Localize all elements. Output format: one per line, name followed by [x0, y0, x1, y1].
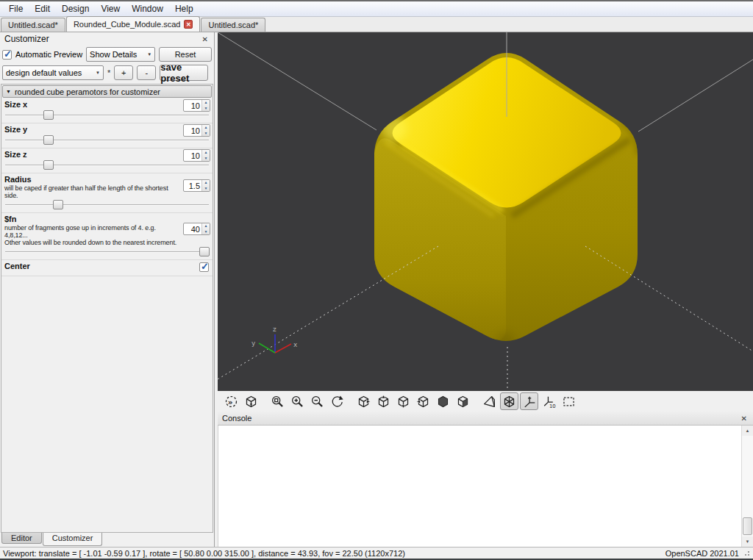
view-top-icon [376, 395, 390, 409]
axis-y-label: y [251, 340, 256, 347]
resize-grip[interactable] [743, 550, 750, 556]
3d-viewport[interactable]: z x y [218, 32, 753, 391]
add-preset-button[interactable]: + [114, 65, 133, 80]
slider-handle[interactable] [199, 247, 210, 256]
parameter-group-header[interactable]: ▼ rounded cube peramotors for customizer [2, 85, 212, 98]
size-y-slider[interactable] [4, 135, 210, 146]
param-fn: $fn number of fragments gose up in incre… [1, 213, 213, 260]
param-size-x: Size x 10 ▲ ▼ [1, 98, 213, 123]
customizer-titlebar: Customizer ✕ [0, 32, 214, 46]
view-bottom-button[interactable] [394, 392, 413, 410]
view-top-button[interactable] [374, 392, 393, 410]
tab-label: Untitled.scad* [8, 21, 58, 29]
chevron-down-icon: ▼ [144, 52, 151, 57]
fn-spinbox[interactable]: 40 ▲ ▼ [183, 223, 210, 235]
customizer-title: Customizer [4, 34, 201, 44]
collapse-triangle-icon: ▼ [6, 89, 11, 94]
param-label: Size y [4, 125, 210, 134]
details-dropdown[interactable]: Show Details ▼ [86, 47, 155, 62]
menu-help[interactable]: Help [169, 2, 199, 15]
slider-handle[interactable] [43, 160, 54, 170]
tab-untitled-2[interactable]: Untitled.scad* [201, 18, 265, 32]
menu-file[interactable]: File [3, 2, 29, 15]
preview-button[interactable]: » [222, 392, 240, 410]
console-scrollbar[interactable]: ▲ ▼ [741, 426, 753, 547]
radius-spinbox[interactable]: 1.5 ▲ ▼ [183, 179, 210, 192]
chevron-down-icon: ▼ [93, 71, 100, 75]
spin-up-icon[interactable]: ▲ [202, 125, 210, 131]
orthogonal-view-icon [562, 395, 576, 409]
view-back-button[interactable] [454, 392, 472, 410]
show-wireframe-button[interactable] [480, 392, 499, 410]
scroll-down-icon[interactable]: ▼ [742, 536, 753, 547]
spin-up-icon[interactable]: ▲ [202, 180, 210, 186]
editor-tabbar: Untitled.scad* Rounded_Cube_Module.scad … [0, 17, 753, 32]
size-x-slider[interactable] [4, 110, 210, 121]
param-label: Center [4, 262, 210, 271]
automatic-preview-checkbox[interactable] [2, 50, 12, 60]
fn-slider[interactable] [4, 247, 210, 257]
spin-up-icon[interactable]: ▲ [202, 100, 210, 106]
console-output[interactable]: ▲ ▼ [218, 426, 753, 547]
preset-modified-indicator: * [107, 68, 110, 77]
close-panel-icon[interactable]: ✕ [201, 35, 210, 43]
show-scale-markers-icon: 10 [542, 395, 556, 409]
param-size-y: Size y 10 ▲ ▼ [1, 123, 213, 148]
param-label: Size x [4, 100, 210, 110]
svg-text:10: 10 [549, 403, 556, 408]
close-console-icon[interactable]: ✕ [740, 414, 749, 423]
spin-up-icon[interactable]: ▲ [202, 150, 210, 156]
save-preset-button[interactable]: save preset [160, 65, 208, 81]
reset-button[interactable]: Reset [159, 47, 212, 62]
tab-untitled-1[interactable]: Untitled.scad* [1, 18, 65, 32]
scrollbar-thumb[interactable] [743, 517, 752, 535]
zoom-in-button[interactable] [288, 392, 307, 410]
param-label: Radius [4, 175, 210, 184]
tab-label: Rounded_Cube_Module.scad [74, 20, 181, 29]
spin-up-icon[interactable]: ▲ [202, 223, 210, 229]
show-crosshairs-button[interactable] [500, 392, 518, 410]
menu-design[interactable]: Design [56, 2, 95, 15]
tab-rounded-cube-module[interactable]: Rounded_Cube_Module.scad ✕ [66, 16, 201, 32]
view-front-button[interactable] [434, 392, 452, 410]
spin-down-icon[interactable]: ▼ [202, 229, 210, 235]
tab-editor[interactable]: Editor [1, 533, 42, 544]
preview-icon: » [224, 395, 238, 409]
menu-edit[interactable]: Edit [29, 2, 56, 15]
zoom-all-button[interactable] [268, 392, 287, 410]
menu-window[interactable]: Window [126, 2, 169, 15]
axis-indicator: z x y [251, 326, 298, 353]
show-scale-markers-button[interactable]: 10 [540, 392, 558, 410]
show-axes-button[interactable] [520, 392, 538, 410]
slider-handle[interactable] [53, 200, 63, 209]
view-front-icon [436, 395, 450, 409]
render-button[interactable] [242, 392, 260, 410]
show-crosshairs-icon [502, 395, 516, 409]
zoom-all-icon [271, 395, 285, 409]
center-checkbox[interactable] [199, 262, 209, 272]
slider-handle[interactable] [43, 110, 54, 120]
radius-slider[interactable] [4, 200, 210, 210]
size-z-slider[interactable] [4, 160, 210, 170]
reset-view-button[interactable] [328, 392, 346, 410]
remove-preset-button[interactable]: - [137, 65, 156, 80]
right-column: z x y »10 Console ✕ ▲ ▼ [218, 32, 753, 547]
view-right-button[interactable] [354, 392, 373, 410]
slider-handle[interactable] [43, 135, 54, 145]
view-right-icon [357, 395, 371, 409]
preset-dropdown[interactable]: design default values ▼ [2, 65, 104, 80]
viewport-canvas: z x y [218, 32, 753, 391]
tab-close-icon[interactable]: ✕ [184, 20, 193, 29]
zoom-in-icon [290, 395, 304, 409]
tab-customizer[interactable]: Customizer [43, 533, 103, 546]
automatic-preview-label: Automatic Preview [15, 50, 82, 59]
menu-view[interactable]: View [95, 2, 126, 15]
scroll-up-icon[interactable]: ▲ [742, 426, 753, 436]
view-bottom-icon [396, 395, 410, 409]
zoom-out-button[interactable] [308, 392, 326, 410]
view-left-icon [416, 395, 430, 409]
view-left-button[interactable] [414, 392, 432, 410]
console-title: Console [222, 414, 740, 423]
spin-down-icon[interactable]: ▼ [202, 186, 210, 192]
orthogonal-view-button[interactable] [560, 392, 578, 410]
